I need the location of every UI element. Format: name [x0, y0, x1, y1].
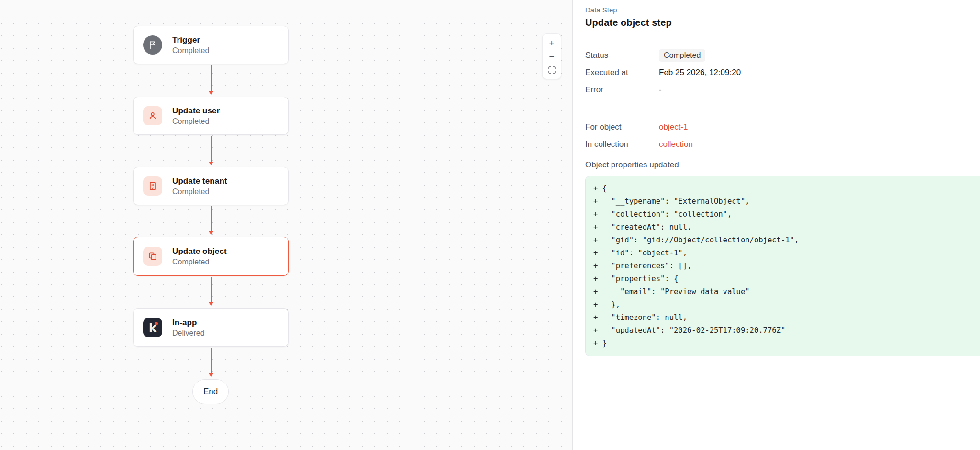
copy-icon — [143, 247, 162, 266]
object-properties-diff: + {+ "__typename": "ExternalObject",+ "c… — [585, 176, 980, 356]
knock-dot — [155, 322, 158, 325]
panel-divider — [573, 108, 980, 108]
status-row: Status Completed — [585, 48, 980, 63]
knock-logo: k — [143, 318, 162, 337]
code-line: + "timezone": null, — [593, 311, 980, 324]
workflow-node-update-tenant[interactable]: Update tenant Completed — [133, 167, 289, 205]
flow-arrow — [208, 348, 213, 377]
workflow-end-node: End — [192, 379, 229, 404]
workflow-node-in-app[interactable]: k In-app Delivered — [133, 308, 289, 347]
node-status: Completed — [172, 258, 227, 266]
building-icon — [143, 176, 162, 196]
object-properties-label: Object properties updated — [585, 158, 980, 172]
node-title: Update object — [172, 247, 227, 256]
code-line: + "gid": "gid://Object/collection/object… — [593, 234, 980, 247]
executed-at-value: Feb 25 2026, 12:09:20 — [659, 68, 741, 77]
code-block-lines: + {+ "__typename": "ExternalObject",+ "c… — [593, 182, 980, 350]
in-collection-label: In collection — [585, 140, 659, 149]
node-title: In-app — [172, 318, 205, 328]
user-icon — [143, 106, 162, 125]
error-value: - — [659, 85, 662, 95]
code-line: + { — [593, 182, 980, 195]
step-type-label: Data Step — [585, 6, 980, 14]
node-status: Completed — [172, 46, 209, 55]
executed-at-row: Executed at Feb 25 2026, 12:09:20 — [585, 66, 980, 80]
status-label: Status — [585, 51, 659, 60]
flow-arrow — [208, 277, 213, 306]
flag-icon — [143, 35, 162, 55]
in-collection-row: In collection collection — [585, 137, 980, 152]
code-line: + "collection": "collection", — [593, 208, 980, 221]
flow-arrow — [208, 65, 213, 95]
canvas-zoom-controls: + − — [542, 33, 561, 79]
workflow-node-trigger[interactable]: Trigger Completed — [133, 26, 289, 64]
step-detail-panel: Data Step Update object step Status Comp… — [572, 0, 980, 450]
code-line: + "properties": { — [593, 273, 980, 285]
code-line: + "preferences": [], — [593, 260, 980, 273]
workflow-canvas[interactable]: Trigger Completed Update user Completed — [0, 0, 572, 450]
fit-view-icon — [548, 66, 556, 74]
plus-icon: + — [549, 38, 554, 47]
end-label: End — [203, 387, 218, 396]
node-title: Update tenant — [172, 176, 227, 186]
executed-at-label: Executed at — [585, 68, 659, 77]
code-line: + "id": "object-1", — [593, 247, 980, 260]
for-object-label: For object — [585, 122, 659, 132]
workflow-node-update-user[interactable]: Update user Completed — [133, 97, 289, 135]
node-title: Trigger — [172, 35, 209, 45]
node-status: Delivered — [172, 329, 205, 338]
zoom-out-button[interactable]: − — [543, 50, 561, 64]
for-object-row: For object object-1 — [585, 120, 980, 134]
node-status: Completed — [172, 187, 227, 196]
flow-arrow — [208, 136, 213, 165]
workflow-node-update-object[interactable]: Update object Completed — [133, 237, 289, 276]
code-line: + "__typename": "ExternalObject", — [593, 195, 980, 208]
flow-arrow — [208, 206, 213, 235]
code-line: + } — [593, 337, 980, 350]
status-badge: Completed — [659, 49, 705, 62]
code-line: + }, — [593, 298, 980, 311]
object-link[interactable]: object-1 — [659, 122, 688, 132]
node-status: Completed — [172, 117, 220, 126]
code-line: + "updatedAt": "2026-02-25T17:09:20.776Z… — [593, 324, 980, 337]
error-label: Error — [585, 85, 659, 95]
code-line: + "email": "Preview data value" — [593, 285, 980, 298]
node-title: Update user — [172, 106, 220, 116]
fit-view-button[interactable] — [543, 63, 561, 77]
zoom-in-button[interactable]: + — [543, 36, 561, 50]
minus-icon: − — [549, 52, 554, 61]
panel-title: Update object step — [585, 17, 980, 28]
collection-link[interactable]: collection — [659, 140, 693, 149]
code-line: + "createdAt": null, — [593, 221, 980, 234]
error-row: Error - — [585, 83, 980, 97]
